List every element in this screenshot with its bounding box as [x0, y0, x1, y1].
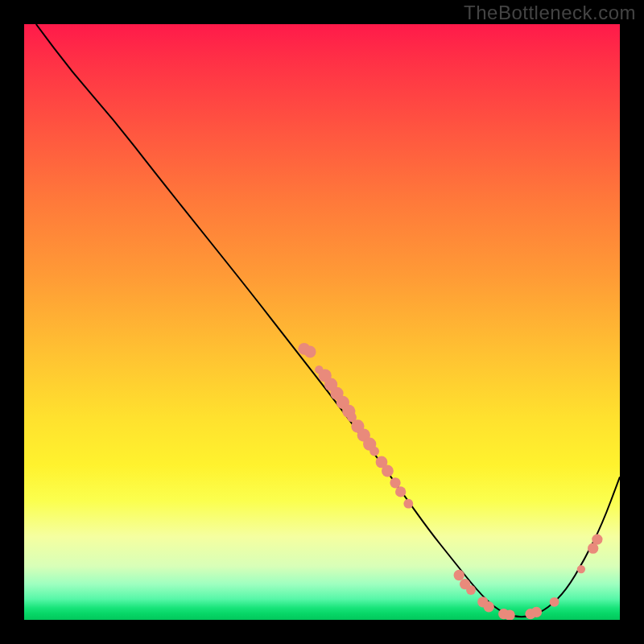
- marker-dot: [395, 486, 406, 497]
- marker-dot: [484, 601, 494, 612]
- marker-dot: [382, 465, 394, 477]
- plot-area: [24, 24, 620, 620]
- chart-frame: TheBottleneck.com: [0, 0, 644, 644]
- marker-dots: [298, 343, 602, 620]
- curve-layer: [24, 24, 620, 620]
- watermark-text: TheBottleneck.com: [464, 2, 636, 24]
- marker-dot: [390, 477, 400, 488]
- marker-dot: [550, 597, 559, 607]
- marker-dot: [531, 607, 542, 617]
- marker-dot: [304, 346, 316, 358]
- marker-dot: [577, 565, 585, 573]
- bottleneck-curve: [36, 24, 620, 617]
- marker-dot: [369, 447, 379, 456]
- marker-dot: [454, 570, 464, 580]
- marker-dot: [466, 585, 476, 595]
- marker-dot: [403, 499, 413, 509]
- marker-dot: [592, 534, 602, 544]
